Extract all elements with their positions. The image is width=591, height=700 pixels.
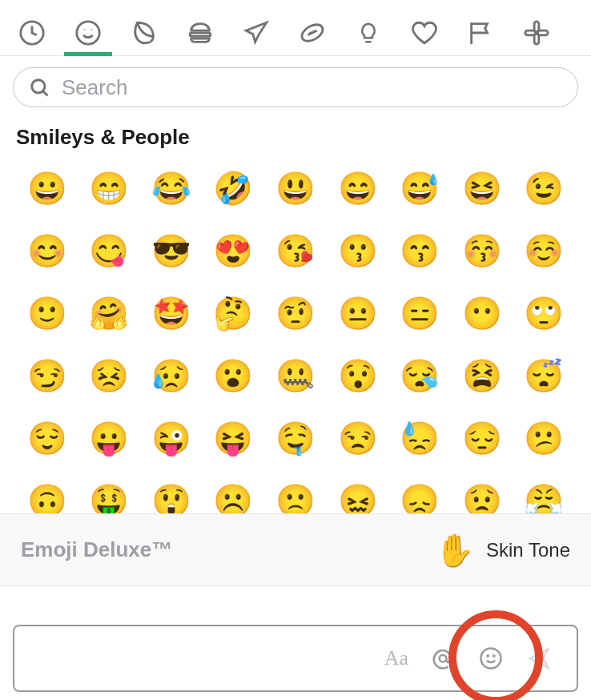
- emoji-cell[interactable]: 😔: [458, 414, 506, 462]
- emoji-cell[interactable]: 🙃: [23, 477, 71, 513]
- footer-title: Emoji Deluxe™: [21, 537, 172, 562]
- svg-rect-4: [190, 33, 211, 36]
- svg-rect-12: [537, 30, 548, 35]
- picker-footer: Emoji Deluxe™ ✋ Skin Tone: [0, 513, 591, 585]
- emoji-cell[interactable]: 😲: [147, 477, 195, 513]
- svg-point-16: [481, 649, 501, 669]
- emoji-cell[interactable]: 🤤: [271, 414, 320, 462]
- emoji-cell[interactable]: 😓: [396, 414, 444, 462]
- emoji-button[interactable]: [477, 645, 505, 672]
- search-icon: [28, 76, 50, 99]
- emoji-cell[interactable]: 😗: [334, 227, 382, 275]
- emoji-cell[interactable]: 😐: [334, 289, 382, 337]
- emoji-cell[interactable]: 😛: [85, 414, 133, 462]
- svg-point-18: [493, 655, 495, 657]
- tab-flags[interactable]: [464, 10, 497, 55]
- emoji-cell[interactable]: 😮: [209, 352, 257, 400]
- message-input-bar[interactable]: Aa: [13, 625, 578, 692]
- clock-icon: [18, 19, 46, 46]
- skin-tone-label: Skin Tone: [486, 539, 570, 561]
- at-icon: [431, 646, 455, 670]
- smiley-icon: [479, 646, 503, 670]
- emoji-grid: 😀😁😂🤣😃😄😅😆😉😊😋😎😍😘😗😙😚☺️🙂🤗🤩🤔🤨😐😑😶🙄😏😣😥😮🤐😯😪😫😴😌😛😜…: [8, 161, 583, 513]
- search-field[interactable]: [13, 67, 578, 107]
- section-title: Smileys & People: [0, 114, 591, 161]
- emoji-scroll-area[interactable]: 😀😁😂🤣😃😄😅😆😉😊😋😎😍😘😗😙😚☺️🙂🤗🤩🤔🤨😐😑😶🙄😏😣😥😮🤐😯😪😫😴😌😛😜…: [0, 161, 591, 513]
- flag-icon: [467, 19, 494, 46]
- emoji-cell[interactable]: 🙁: [271, 477, 320, 513]
- emoji-cell[interactable]: 😒: [334, 414, 382, 462]
- emoji-cell[interactable]: 😕: [520, 414, 568, 462]
- emoji-cell[interactable]: 😂: [147, 164, 195, 212]
- tab-recent[interactable]: [16, 10, 48, 55]
- emoji-cell[interactable]: 😀: [23, 164, 71, 212]
- emoji-cell[interactable]: 😎: [147, 227, 195, 275]
- emoji-cell[interactable]: 😤: [520, 477, 568, 513]
- emoji-cell[interactable]: 🤔: [209, 289, 257, 337]
- category-tabs: [0, 0, 591, 56]
- emoji-cell[interactable]: 😆: [458, 164, 506, 212]
- emoji-cell[interactable]: 😉: [520, 164, 568, 212]
- emoji-cell[interactable]: 😝: [209, 414, 257, 462]
- emoji-cell[interactable]: 🙂: [23, 289, 71, 337]
- search-input[interactable]: [62, 75, 563, 100]
- send-button[interactable]: [525, 645, 553, 672]
- svg-line-6: [308, 30, 316, 35]
- svg-line-7: [310, 31, 311, 34]
- tab-smileys[interactable]: [72, 10, 104, 55]
- emoji-cell[interactable]: 😍: [209, 227, 257, 275]
- emoji-cell[interactable]: 😘: [271, 227, 320, 275]
- svg-point-17: [488, 655, 489, 657]
- tab-food[interactable]: [184, 10, 216, 55]
- emoji-cell[interactable]: 😏: [23, 352, 71, 400]
- hand-icon: ✋: [435, 534, 475, 566]
- emoji-cell[interactable]: 😖: [334, 477, 382, 513]
- emoji-cell[interactable]: 🤩: [147, 289, 195, 337]
- emoji-cell[interactable]: 🤨: [271, 289, 320, 337]
- emoji-cell[interactable]: 😯: [334, 352, 382, 400]
- svg-rect-11: [525, 30, 536, 35]
- svg-line-14: [43, 91, 47, 95]
- tab-sports[interactable]: [296, 10, 328, 55]
- emoji-cell[interactable]: 🤗: [85, 289, 133, 337]
- emoji-cell[interactable]: 🤑: [85, 477, 133, 513]
- emoji-cell[interactable]: 🙄: [520, 289, 568, 337]
- emoji-cell[interactable]: 😞: [396, 477, 444, 513]
- emoji-cell[interactable]: ☹️: [209, 477, 257, 513]
- emoji-cell[interactable]: 😜: [147, 414, 195, 462]
- format-button[interactable]: Aa: [384, 646, 408, 670]
- emoji-cell[interactable]: 😫: [458, 352, 506, 400]
- smiley-icon: [74, 19, 102, 46]
- emoji-cell[interactable]: 😶: [458, 289, 506, 337]
- emoji-cell[interactable]: 🤣: [209, 164, 257, 212]
- search-container: [0, 56, 591, 114]
- tab-symbols[interactable]: [408, 10, 440, 55]
- emoji-cell[interactable]: 😙: [396, 227, 444, 275]
- tab-travel[interactable]: [240, 10, 272, 55]
- svg-point-13: [32, 80, 45, 93]
- emoji-cell[interactable]: 😃: [271, 164, 320, 212]
- emoji-cell[interactable]: 😚: [458, 227, 506, 275]
- skin-tone-selector[interactable]: ✋ Skin Tone: [435, 534, 570, 566]
- emoji-cell[interactable]: 😌: [23, 414, 71, 462]
- emoji-cell[interactable]: 😥: [147, 352, 195, 400]
- emoji-cell[interactable]: 😋: [85, 227, 133, 275]
- mention-button[interactable]: [429, 645, 456, 672]
- emoji-cell[interactable]: 😣: [85, 352, 133, 400]
- emoji-cell[interactable]: 😴: [520, 352, 568, 400]
- tab-objects[interactable]: [352, 10, 384, 55]
- emoji-cell[interactable]: ☺️: [520, 227, 568, 275]
- slack-icon: [523, 19, 550, 46]
- emoji-cell[interactable]: 😄: [334, 164, 382, 212]
- tab-slack[interactable]: [521, 10, 553, 55]
- emoji-cell[interactable]: 😟: [458, 477, 506, 513]
- emoji-cell[interactable]: 😪: [396, 352, 444, 400]
- emoji-cell[interactable]: 😑: [396, 289, 444, 337]
- emoji-cell[interactable]: 🤐: [271, 352, 320, 400]
- emoji-cell[interactable]: 😁: [85, 164, 133, 212]
- bulb-icon: [356, 19, 380, 46]
- emoji-cell[interactable]: 😅: [396, 164, 444, 212]
- svg-point-1: [77, 21, 99, 43]
- tab-nature[interactable]: [128, 10, 160, 55]
- emoji-cell[interactable]: 😊: [23, 227, 71, 275]
